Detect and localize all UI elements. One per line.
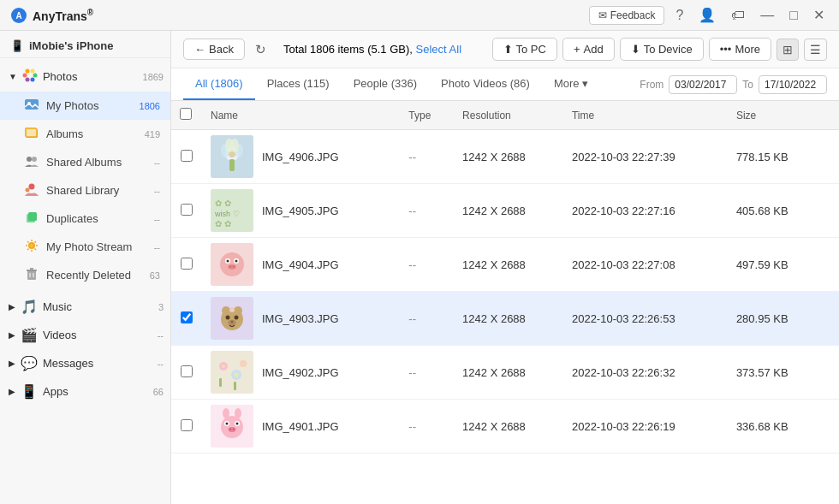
row-time-cell: 2022-10-03 22:27:16 xyxy=(563,184,728,238)
col-header-type[interactable]: Type xyxy=(400,101,454,130)
svg-point-60 xyxy=(242,363,245,365)
sidebar-item-duplicates-count: -- xyxy=(154,214,160,224)
row-checkbox-cell[interactable] xyxy=(171,130,202,184)
sidebar-item-photo-stream[interactable]: My Photo Stream -- xyxy=(0,233,170,261)
thumbnail xyxy=(211,135,253,178)
select-all-checkbox[interactable] xyxy=(180,108,192,120)
sidebar-item-duplicates-label: Duplicates xyxy=(46,212,98,225)
title-bar-left: A AnyTrans® xyxy=(10,7,93,24)
sidebar-group-photos[interactable]: ▼ Photos 1869 xyxy=(0,62,170,92)
sidebar-group-messages-label: Messages xyxy=(43,357,93,370)
photos-table: Name Type Resolution Time Size IMG_ xyxy=(171,101,839,454)
thumbnail xyxy=(211,405,253,448)
svg-point-73 xyxy=(235,408,241,418)
row-name-cell: IMG_4906.JPG xyxy=(202,130,400,184)
row-resolution-cell: 1242 X 2688 xyxy=(454,292,563,346)
select-all-link[interactable]: Select All xyxy=(416,43,461,56)
date-to-input[interactable] xyxy=(759,75,827,94)
row-checkbox[interactable] xyxy=(181,258,193,270)
feedback-button[interactable]: ✉ Feedback xyxy=(589,6,665,25)
row-checkbox[interactable] xyxy=(181,311,193,323)
chevron-right-icon-messages: ▶ xyxy=(9,359,15,368)
svg-point-53 xyxy=(229,307,235,312)
profile-button[interactable]: 👤 xyxy=(694,5,720,25)
date-from-input[interactable] xyxy=(669,75,737,94)
list-view-button[interactable]: ☰ xyxy=(804,39,827,61)
row-checkbox-cell[interactable] xyxy=(171,238,202,292)
help-button[interactable]: ? xyxy=(671,6,687,25)
row-time-cell: 2022-10-03 22:26:53 xyxy=(563,292,728,346)
svg-point-2 xyxy=(22,74,27,78)
device-icon: 📱 xyxy=(10,39,24,52)
svg-point-70 xyxy=(229,429,231,430)
select-all-checkbox-header[interactable] xyxy=(171,101,202,130)
svg-point-3 xyxy=(25,69,29,74)
sidebar-item-shared-albums-count: -- xyxy=(154,157,160,168)
sidebar-group-messages[interactable]: ▶ 💬 Messages -- xyxy=(0,349,170,377)
row-checkbox-cell[interactable] xyxy=(171,400,202,454)
maximize-button[interactable]: □ xyxy=(785,6,802,25)
row-checkbox[interactable] xyxy=(181,150,193,162)
svg-point-50 xyxy=(235,316,239,320)
sidebar-item-recently-deleted[interactable]: Recently Deleted 63 xyxy=(0,261,170,289)
minimize-button[interactable]: — xyxy=(756,6,778,25)
app-logo-icon: A xyxy=(10,7,27,24)
more-button[interactable]: ••• More xyxy=(709,38,771,61)
sidebar-item-shared-library[interactable]: Shared Library -- xyxy=(0,176,170,205)
row-checkbox[interactable] xyxy=(181,204,193,216)
grid-view-button[interactable]: ⊞ xyxy=(777,39,799,61)
svg-point-48 xyxy=(234,306,242,315)
svg-point-42 xyxy=(228,264,236,270)
sidebar-item-shared-albums[interactable]: Shared Albums -- xyxy=(0,148,170,176)
row-checkbox-cell[interactable] xyxy=(171,292,202,346)
row-checkbox[interactable] xyxy=(181,365,193,377)
tab-more[interactable]: More ▾ xyxy=(542,68,600,100)
table-row: IMG_4906.JPG -- 1242 X 2688 2022-10-03 2… xyxy=(171,130,839,184)
row-checkbox-cell[interactable] xyxy=(171,184,202,238)
thumbnail: ✿ ✿wish ♡✿ ✿ xyxy=(211,189,253,232)
sidebar-item-albums[interactable]: Albums 419 xyxy=(0,120,170,148)
row-checkbox[interactable] xyxy=(181,419,193,431)
svg-rect-61 xyxy=(219,378,222,387)
device-header: 📱 iMobie's iPhone xyxy=(0,31,170,58)
to-pc-button[interactable]: ⬆ To PC xyxy=(492,38,557,61)
sidebar-item-my-photos[interactable]: My Photos 1806 xyxy=(0,92,170,120)
sidebar-item-duplicates[interactable]: Duplicates -- xyxy=(0,205,170,233)
main-layout: 📱 iMobie's iPhone ▼ Photos xyxy=(0,31,839,504)
col-header-time[interactable]: Time xyxy=(563,101,728,130)
my-photos-icon xyxy=(24,97,39,115)
sidebar-group-photos-label: Photos xyxy=(43,70,77,83)
close-button[interactable]: ✕ xyxy=(809,5,829,25)
tab-places[interactable]: Places (115) xyxy=(255,68,342,100)
tabs-bar: All (1806) Places (115) People (336) Pho… xyxy=(171,68,839,101)
row-size-cell: 497.59 KB xyxy=(728,238,822,292)
title-bar: A AnyTrans® ✉ Feedback ? 👤 🏷 — □ ✕ xyxy=(0,0,839,31)
col-header-name[interactable]: Name xyxy=(202,101,400,130)
filename: IMG_4902.JPG xyxy=(262,366,339,379)
table-header-row: Name Type Resolution Time Size xyxy=(171,101,839,130)
sidebar-item-recently-deleted-label: Recently Deleted xyxy=(46,269,131,282)
col-header-resolution[interactable]: Resolution xyxy=(454,101,563,130)
back-button[interactable]: ← Back xyxy=(183,39,245,60)
row-time-cell: 2022-10-03 22:27:08 xyxy=(563,238,728,292)
svg-rect-8 xyxy=(25,99,39,110)
tab-all[interactable]: All (1806) xyxy=(183,68,255,100)
store-button[interactable]: 🏷 xyxy=(727,6,749,25)
svg-point-7 xyxy=(25,78,29,82)
sidebar-group-videos[interactable]: ▶ 🎬 Videos -- xyxy=(0,321,170,349)
svg-rect-62 xyxy=(234,382,236,390)
add-button[interactable]: + Add xyxy=(562,38,615,61)
refresh-button[interactable]: ↻ xyxy=(255,42,266,57)
sidebar-group-music[interactable]: ▶ 🎵 Music 3 xyxy=(0,293,170,321)
chevron-right-icon-apps: ▶ xyxy=(9,387,15,396)
svg-point-4 xyxy=(30,69,34,74)
sidebar-item-photo-stream-count: -- xyxy=(154,242,160,252)
to-device-button[interactable]: ⬇ To Device xyxy=(620,38,704,61)
row-checkbox-cell[interactable] xyxy=(171,346,202,400)
sidebar-group-apps[interactable]: ▶ 📱 Apps 66 xyxy=(0,377,170,406)
row-type-cell: -- xyxy=(400,184,454,238)
tab-photo-videos[interactable]: Photo Videos (86) xyxy=(429,68,542,100)
col-header-size[interactable]: Size xyxy=(728,101,822,130)
tab-people[interactable]: People (336) xyxy=(342,68,429,100)
row-type-cell: -- xyxy=(400,292,454,346)
